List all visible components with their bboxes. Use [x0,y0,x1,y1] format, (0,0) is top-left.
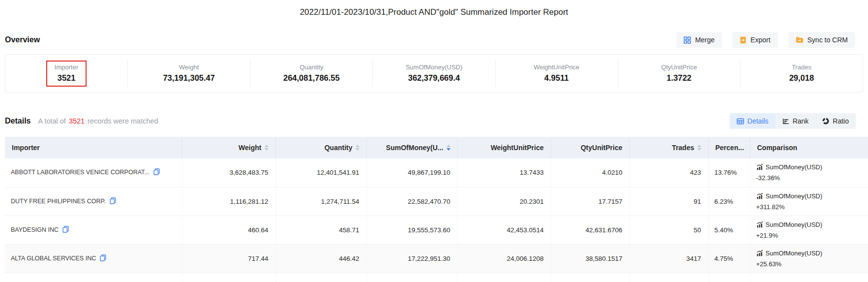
cell-importer: ABBOTT LABORATORIES VENICE CORPORAT... [5,158,182,187]
details-heading: Details [5,117,30,125]
cell-sum-of-money: 49,867,199.10 [366,158,457,187]
cell-comparison: SumOfMoney(USD)-32.36% [750,158,868,187]
stat-label: SumOfMoney(USD) [406,63,463,71]
cell-quantity: 12,401,541.91 [275,158,366,187]
cell-empty [457,273,551,282]
stat-content: WeightUnitPrice4.9511 [525,61,588,87]
cell-trades: 3417 [629,244,708,273]
comparison-line: SumOfMoney(USD) [756,162,868,172]
rank-chart-icon [782,118,789,125]
column-header-content: Quantity [283,144,359,152]
column-header-qtyunitprice: QtyUnitPrice [551,137,629,158]
column-label: QtyUnitPrice [581,144,623,152]
column-header-comparison: Comparison [750,137,868,158]
cell-quantity: 458.71 [275,216,366,244]
stat-label: QtyUnitPrice [661,63,697,71]
export-button-label: Export [750,36,770,44]
table-row: ABBOTT LABORATORIES VENICE CORPORAT...3,… [5,158,868,187]
caret-up-icon [265,145,269,147]
summary-prefix: A total of [38,117,65,125]
view-tab-group: Details Rank Ratio [730,113,856,129]
table-row: DUTY FREE PHILIPPINES CORP.1,116,281.121… [5,187,868,216]
column-header-trades[interactable]: Trades [629,137,708,158]
ratio-donut-icon [822,118,829,125]
stat-value: 3521 [55,73,78,83]
stat-value: 73,191,305.47 [163,73,215,83]
column-header-content: Trades [637,144,701,152]
column-label: SumOfMoney(U... [386,144,444,152]
cell-empty [750,273,868,282]
trend-up-chart-icon [756,250,763,256]
trend-up-chart-icon [756,193,763,199]
cell-qty-unit-price: 4.0210 [551,158,629,187]
column-label: Importer [12,144,40,152]
column-label: Comparison [757,144,798,152]
records-count: 3521 [69,117,85,125]
export-button[interactable]: Export [732,32,778,48]
table-row-partial [5,273,868,282]
overview-stat-weightunitprice: WeightUnitPrice4.9511 [496,60,618,87]
trend-down-chart-icon [756,164,763,170]
column-label: Quantity [325,144,353,152]
cell-sum-of-money: 19,555,573.60 [366,216,457,244]
column-header-content: Weight [189,144,269,152]
merge-cells-icon [684,36,691,44]
details-summary-area: Details A total of3521records were match… [5,117,158,125]
sync-folder-icon [796,36,804,43]
tab-ratio[interactable]: Ratio [815,113,856,129]
merge-button-label: Merge [695,36,715,44]
stat-content: Quantity264,081,786.55 [275,61,348,87]
cell-trades: 91 [629,187,708,216]
tab-details[interactable]: Details [730,113,776,129]
table-grid-icon [737,118,744,125]
sort-icon [447,145,450,151]
copy-icon[interactable] [62,226,69,234]
comparison-change-value: +25.63% [756,259,868,269]
cell-sum-of-money: 22,582,470.70 [366,187,457,216]
stat-value: 1.3722 [661,73,697,83]
caret-down-icon [265,148,269,151]
cell-importer: BAYDESIGN INC [5,216,182,244]
stat-label: Importer [55,63,78,71]
caret-up-icon [697,145,701,147]
copy-icon[interactable] [153,168,160,177]
stat-value: 29,018 [789,73,814,83]
overview-stat-weight: Weight73,191,305.47 [128,60,250,87]
highlight-red-box: Importer3521 [46,61,87,87]
cell-empty [629,273,708,282]
comparison-metric-label: SumOfMoney(USD) [766,191,823,201]
copy-icon[interactable] [100,254,106,263]
overview-stat-importer: Importer3521 [5,60,128,87]
cell-importer: DUTY FREE PHILIPPINES CORP. [5,187,182,216]
comparison-line: SumOfMoney(USD) [756,249,868,258]
cell-comparison: SumOfMoney(USD)+21.9% [750,216,868,244]
column-header-sumofmoney-u[interactable]: SumOfMoney(U... [366,137,457,158]
table-body: ABBOTT LABORATORIES VENICE CORPORAT...3,… [5,158,868,282]
overview-stat-sumofmoney-usd-: SumOfMoney(USD)362,379,669.4 [373,60,495,87]
cell-percent: 4.75% [708,244,750,273]
merge-button[interactable]: Merge [676,32,722,48]
caret-down-icon [697,148,701,151]
column-label: Percen... [716,144,744,152]
column-header-quantity[interactable]: Quantity [275,137,366,158]
details-header-row: Details A total of3521records were match… [5,113,856,129]
summary-suffix: records were matched [88,117,158,125]
cell-weight: 3,628,483.75 [182,158,275,187]
cell-trades: 423 [629,158,708,187]
cell-weight-unit-price: 42,453.0514 [457,216,551,244]
cell-sum-of-money: 17,222,951.30 [366,244,457,273]
stat-content: SumOfMoney(USD)362,379,669.4 [397,61,471,87]
caret-up-icon [447,145,450,147]
tab-details-label: Details [748,117,769,125]
copy-icon[interactable] [110,197,116,206]
stat-value: 4.9511 [534,73,579,83]
cell-weight: 460.64 [182,216,275,244]
overview-header-row: Overview Merge Export Sync to CRM [5,32,855,48]
importer-report-page: 2022/11/01-2023/10/31,Product AND"gold" … [0,0,868,282]
column-header-content: Importer [12,144,175,152]
comparison-line: SumOfMoney(USD) [756,220,868,229]
stat-content: Trades29,018 [781,61,822,87]
tab-rank[interactable]: Rank [776,113,816,129]
sync-to-crm-button[interactable]: Sync to CRM [788,32,855,48]
column-header-weight[interactable]: Weight [182,137,275,158]
